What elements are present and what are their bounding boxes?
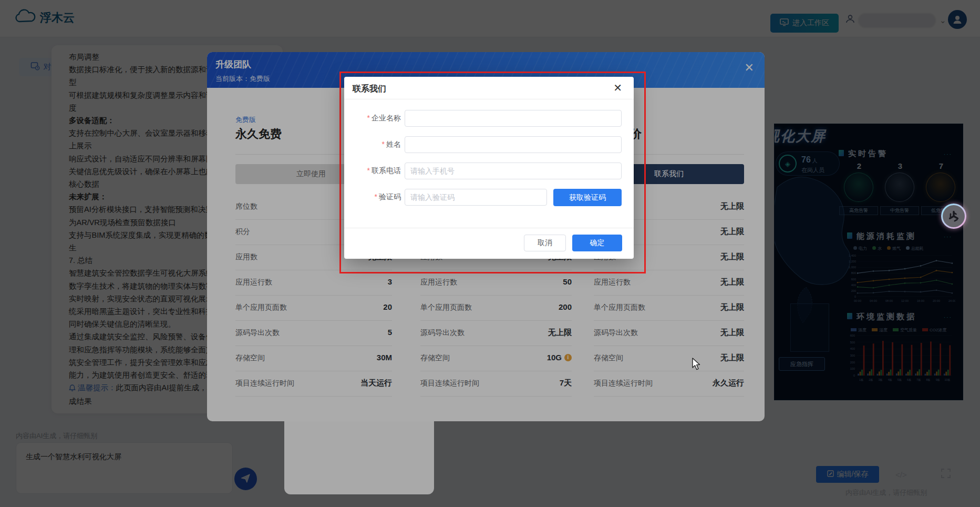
field-label-1: *企业名称 [344, 114, 401, 123]
contact-form-row: *验证码获取验证码 [344, 189, 634, 206]
field-label-2: *姓名 [344, 140, 401, 149]
field-label-3: *联系电话 [344, 166, 401, 176]
cancel-button[interactable]: 取消 [524, 235, 566, 251]
required-asterisk: * [367, 166, 370, 175]
get-code-button[interactable]: 获取验证码 [553, 189, 622, 206]
contact-close-button[interactable]: ✕ [610, 82, 625, 94]
required-asterisk: * [375, 192, 377, 201]
app-root: 浮木云 进入工作区 ⌄ 对话记录 布局调整数据接口标准化，便于接入新的数据源和设… [0, 0, 980, 507]
name-input[interactable] [405, 136, 622, 153]
floating-assistant-button[interactable] [941, 204, 966, 229]
confirm-button[interactable]: 确定 [572, 235, 622, 251]
field-label-4: *验证码 [344, 192, 401, 202]
contact-form-row: *联系电话 [344, 163, 634, 179]
assistant-logo-icon [943, 205, 965, 227]
divider [344, 228, 634, 228]
mouse-cursor [692, 358, 703, 370]
contact-modal-title: 联系我们 [353, 84, 386, 95]
required-asterisk: * [367, 114, 370, 122]
required-asterisk: * [382, 140, 385, 148]
contact-us-modal: 联系我们 ✕ *企业名称*姓名*联系电话*验证码获取验证码 取消 确定 [344, 77, 634, 259]
divider [344, 99, 634, 99]
phone-input[interactable] [405, 163, 622, 179]
contact-form-row: *姓名 [344, 136, 634, 153]
captcha-input[interactable] [405, 189, 547, 206]
contact-form-row: *企业名称 [344, 110, 634, 127]
company-name-input[interactable] [405, 110, 622, 127]
